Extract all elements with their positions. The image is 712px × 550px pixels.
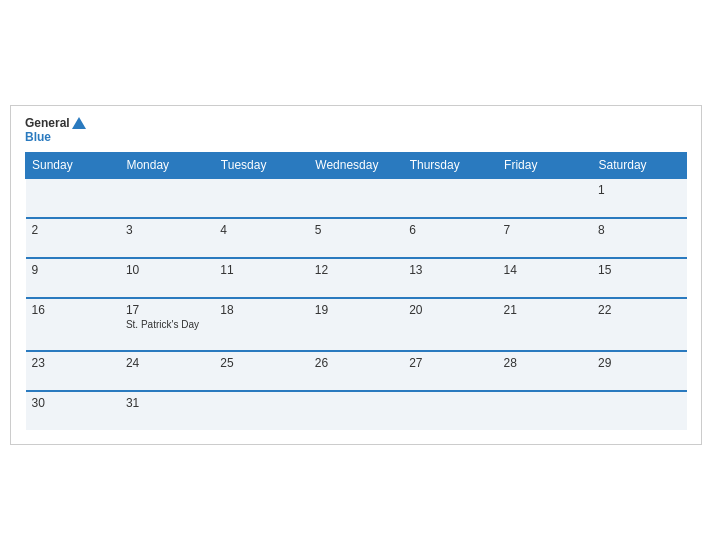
calendar-day-cell: 21 bbox=[498, 298, 592, 351]
day-number: 29 bbox=[598, 356, 680, 370]
calendar-day-cell bbox=[498, 178, 592, 218]
calendar-day-cell: 2 bbox=[26, 218, 120, 258]
calendar-day-cell: 18 bbox=[214, 298, 308, 351]
calendar-day-cell: 1 bbox=[592, 178, 686, 218]
day-number: 20 bbox=[409, 303, 491, 317]
calendar-day-cell: 29 bbox=[592, 351, 686, 391]
day-event: St. Patrick's Day bbox=[126, 319, 208, 330]
calendar-header: General Blue bbox=[25, 116, 687, 145]
calendar-day-cell: 5 bbox=[309, 218, 403, 258]
calendar-day-cell bbox=[592, 391, 686, 430]
day-number: 16 bbox=[32, 303, 114, 317]
calendar-day-cell: 15 bbox=[592, 258, 686, 298]
calendar-week-row: 23242526272829 bbox=[26, 351, 687, 391]
day-header-row: Sunday Monday Tuesday Wednesday Thursday… bbox=[26, 153, 687, 179]
day-number: 27 bbox=[409, 356, 491, 370]
day-number: 19 bbox=[315, 303, 397, 317]
calendar-day-cell: 22 bbox=[592, 298, 686, 351]
day-number: 26 bbox=[315, 356, 397, 370]
calendar-day-cell: 24 bbox=[120, 351, 214, 391]
day-number: 22 bbox=[598, 303, 680, 317]
day-number: 12 bbox=[315, 263, 397, 277]
day-number: 25 bbox=[220, 356, 302, 370]
logo: General Blue bbox=[25, 116, 86, 145]
calendar-day-cell: 13 bbox=[403, 258, 497, 298]
calendar-day-cell: 4 bbox=[214, 218, 308, 258]
calendar-day-cell: 31 bbox=[120, 391, 214, 430]
day-number: 13 bbox=[409, 263, 491, 277]
day-number: 24 bbox=[126, 356, 208, 370]
calendar-day-cell bbox=[309, 178, 403, 218]
calendar-week-row: 2345678 bbox=[26, 218, 687, 258]
calendar-day-cell bbox=[120, 178, 214, 218]
day-number: 14 bbox=[504, 263, 586, 277]
calendar-day-cell bbox=[498, 391, 592, 430]
day-number: 23 bbox=[32, 356, 114, 370]
calendar-day-cell: 9 bbox=[26, 258, 120, 298]
day-number: 9 bbox=[32, 263, 114, 277]
calendar-container: General Blue Sunday Monday Tuesday Wedne… bbox=[10, 105, 702, 446]
calendar-day-cell: 19 bbox=[309, 298, 403, 351]
day-number: 28 bbox=[504, 356, 586, 370]
logo-general-text: General bbox=[25, 116, 86, 130]
day-number: 21 bbox=[504, 303, 586, 317]
day-number: 11 bbox=[220, 263, 302, 277]
calendar-day-cell bbox=[26, 178, 120, 218]
calendar-day-cell: 6 bbox=[403, 218, 497, 258]
day-number: 18 bbox=[220, 303, 302, 317]
day-number: 17 bbox=[126, 303, 208, 317]
calendar-day-cell: 23 bbox=[26, 351, 120, 391]
calendar-day-cell: 28 bbox=[498, 351, 592, 391]
calendar-day-cell bbox=[403, 391, 497, 430]
day-number: 1 bbox=[598, 183, 680, 197]
calendar-week-row: 9101112131415 bbox=[26, 258, 687, 298]
header-saturday: Saturday bbox=[592, 153, 686, 179]
calendar-day-cell: 27 bbox=[403, 351, 497, 391]
calendar-day-cell: 11 bbox=[214, 258, 308, 298]
calendar-day-cell: 14 bbox=[498, 258, 592, 298]
calendar-week-row: 3031 bbox=[26, 391, 687, 430]
calendar-day-cell: 10 bbox=[120, 258, 214, 298]
day-number: 31 bbox=[126, 396, 208, 410]
calendar-day-cell bbox=[214, 391, 308, 430]
day-number: 10 bbox=[126, 263, 208, 277]
calendar-day-cell: 30 bbox=[26, 391, 120, 430]
calendar-week-row: 1617St. Patrick's Day1819202122 bbox=[26, 298, 687, 351]
day-number: 4 bbox=[220, 223, 302, 237]
logo-blue-text: Blue bbox=[25, 130, 86, 144]
day-number: 5 bbox=[315, 223, 397, 237]
calendar-table: Sunday Monday Tuesday Wednesday Thursday… bbox=[25, 152, 687, 430]
calendar-day-cell: 17St. Patrick's Day bbox=[120, 298, 214, 351]
logo-triangle-icon bbox=[72, 117, 86, 129]
calendar-day-cell: 26 bbox=[309, 351, 403, 391]
day-number: 15 bbox=[598, 263, 680, 277]
header-monday: Monday bbox=[120, 153, 214, 179]
header-thursday: Thursday bbox=[403, 153, 497, 179]
calendar-day-cell: 3 bbox=[120, 218, 214, 258]
header-sunday: Sunday bbox=[26, 153, 120, 179]
day-number: 6 bbox=[409, 223, 491, 237]
calendar-day-cell bbox=[214, 178, 308, 218]
header-friday: Friday bbox=[498, 153, 592, 179]
calendar-day-cell: 16 bbox=[26, 298, 120, 351]
calendar-thead: Sunday Monday Tuesday Wednesday Thursday… bbox=[26, 153, 687, 179]
calendar-body: 1234567891011121314151617St. Patrick's D… bbox=[26, 178, 687, 430]
day-number: 8 bbox=[598, 223, 680, 237]
calendar-day-cell: 8 bbox=[592, 218, 686, 258]
calendar-day-cell: 25 bbox=[214, 351, 308, 391]
calendar-day-cell bbox=[403, 178, 497, 218]
day-number: 3 bbox=[126, 223, 208, 237]
day-number: 2 bbox=[32, 223, 114, 237]
calendar-day-cell bbox=[309, 391, 403, 430]
calendar-day-cell: 12 bbox=[309, 258, 403, 298]
calendar-day-cell: 20 bbox=[403, 298, 497, 351]
calendar-week-row: 1 bbox=[26, 178, 687, 218]
day-number: 30 bbox=[32, 396, 114, 410]
header-tuesday: Tuesday bbox=[214, 153, 308, 179]
day-number: 7 bbox=[504, 223, 586, 237]
calendar-day-cell: 7 bbox=[498, 218, 592, 258]
header-wednesday: Wednesday bbox=[309, 153, 403, 179]
